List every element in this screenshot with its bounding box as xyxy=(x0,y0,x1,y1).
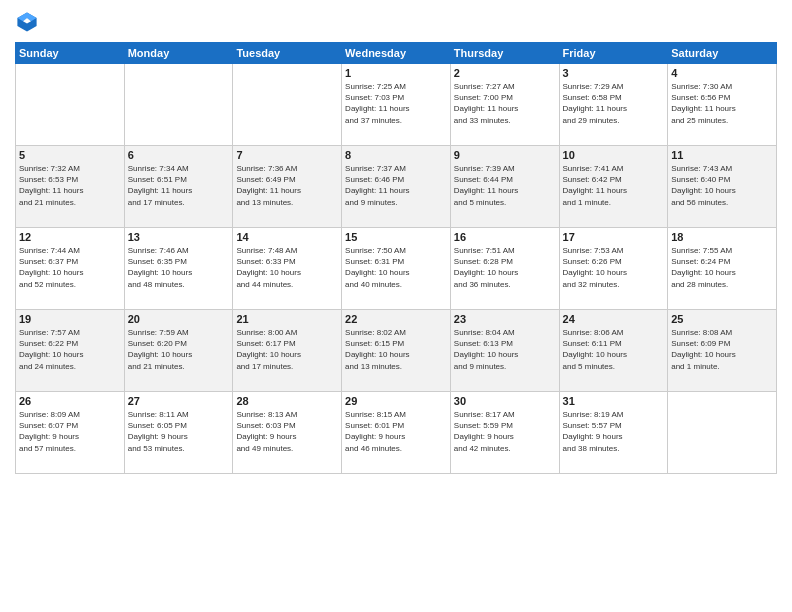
day-info: Sunrise: 8:06 AM Sunset: 6:11 PM Dayligh… xyxy=(563,327,665,372)
header xyxy=(15,10,777,34)
day-number: 2 xyxy=(454,67,556,79)
day-cell xyxy=(233,64,342,146)
day-info: Sunrise: 7:39 AM Sunset: 6:44 PM Dayligh… xyxy=(454,163,556,208)
day-info: Sunrise: 7:29 AM Sunset: 6:58 PM Dayligh… xyxy=(563,81,665,126)
day-number: 1 xyxy=(345,67,447,79)
day-number: 29 xyxy=(345,395,447,407)
day-number: 24 xyxy=(563,313,665,325)
day-number: 5 xyxy=(19,149,121,161)
day-info: Sunrise: 7:25 AM Sunset: 7:03 PM Dayligh… xyxy=(345,81,447,126)
day-number: 28 xyxy=(236,395,338,407)
day-number: 20 xyxy=(128,313,230,325)
day-number: 21 xyxy=(236,313,338,325)
day-cell: 11Sunrise: 7:43 AM Sunset: 6:40 PM Dayli… xyxy=(668,146,777,228)
day-number: 10 xyxy=(563,149,665,161)
day-cell: 27Sunrise: 8:11 AM Sunset: 6:05 PM Dayli… xyxy=(124,392,233,474)
day-cell: 15Sunrise: 7:50 AM Sunset: 6:31 PM Dayli… xyxy=(342,228,451,310)
day-number: 12 xyxy=(19,231,121,243)
day-cell: 25Sunrise: 8:08 AM Sunset: 6:09 PM Dayli… xyxy=(668,310,777,392)
col-header-monday: Monday xyxy=(124,43,233,64)
day-number: 13 xyxy=(128,231,230,243)
day-number: 31 xyxy=(563,395,665,407)
day-cell: 28Sunrise: 8:13 AM Sunset: 6:03 PM Dayli… xyxy=(233,392,342,474)
page: SundayMondayTuesdayWednesdayThursdayFrid… xyxy=(0,0,792,612)
day-cell: 26Sunrise: 8:09 AM Sunset: 6:07 PM Dayli… xyxy=(16,392,125,474)
col-header-thursday: Thursday xyxy=(450,43,559,64)
day-cell: 30Sunrise: 8:17 AM Sunset: 5:59 PM Dayli… xyxy=(450,392,559,474)
day-info: Sunrise: 7:37 AM Sunset: 6:46 PM Dayligh… xyxy=(345,163,447,208)
logo-icon xyxy=(15,10,39,34)
col-header-friday: Friday xyxy=(559,43,668,64)
day-number: 4 xyxy=(671,67,773,79)
day-number: 3 xyxy=(563,67,665,79)
day-cell: 5Sunrise: 7:32 AM Sunset: 6:53 PM Daylig… xyxy=(16,146,125,228)
day-info: Sunrise: 8:02 AM Sunset: 6:15 PM Dayligh… xyxy=(345,327,447,372)
day-cell: 22Sunrise: 8:02 AM Sunset: 6:15 PM Dayli… xyxy=(342,310,451,392)
header-row: SundayMondayTuesdayWednesdayThursdayFrid… xyxy=(16,43,777,64)
day-cell: 20Sunrise: 7:59 AM Sunset: 6:20 PM Dayli… xyxy=(124,310,233,392)
day-number: 6 xyxy=(128,149,230,161)
day-number: 15 xyxy=(345,231,447,243)
day-cell: 3Sunrise: 7:29 AM Sunset: 6:58 PM Daylig… xyxy=(559,64,668,146)
day-info: Sunrise: 7:30 AM Sunset: 6:56 PM Dayligh… xyxy=(671,81,773,126)
day-cell: 18Sunrise: 7:55 AM Sunset: 6:24 PM Dayli… xyxy=(668,228,777,310)
col-header-sunday: Sunday xyxy=(16,43,125,64)
day-number: 16 xyxy=(454,231,556,243)
day-cell: 4Sunrise: 7:30 AM Sunset: 6:56 PM Daylig… xyxy=(668,64,777,146)
day-number: 14 xyxy=(236,231,338,243)
day-cell: 10Sunrise: 7:41 AM Sunset: 6:42 PM Dayli… xyxy=(559,146,668,228)
day-number: 30 xyxy=(454,395,556,407)
day-cell: 12Sunrise: 7:44 AM Sunset: 6:37 PM Dayli… xyxy=(16,228,125,310)
day-info: Sunrise: 7:36 AM Sunset: 6:49 PM Dayligh… xyxy=(236,163,338,208)
day-info: Sunrise: 7:51 AM Sunset: 6:28 PM Dayligh… xyxy=(454,245,556,290)
day-info: Sunrise: 7:50 AM Sunset: 6:31 PM Dayligh… xyxy=(345,245,447,290)
day-cell: 31Sunrise: 8:19 AM Sunset: 5:57 PM Dayli… xyxy=(559,392,668,474)
day-cell: 23Sunrise: 8:04 AM Sunset: 6:13 PM Dayli… xyxy=(450,310,559,392)
day-number: 23 xyxy=(454,313,556,325)
week-row-5: 26Sunrise: 8:09 AM Sunset: 6:07 PM Dayli… xyxy=(16,392,777,474)
day-cell xyxy=(16,64,125,146)
day-number: 9 xyxy=(454,149,556,161)
day-info: Sunrise: 8:09 AM Sunset: 6:07 PM Dayligh… xyxy=(19,409,121,454)
day-info: Sunrise: 8:15 AM Sunset: 6:01 PM Dayligh… xyxy=(345,409,447,454)
day-cell: 21Sunrise: 8:00 AM Sunset: 6:17 PM Dayli… xyxy=(233,310,342,392)
week-row-2: 5Sunrise: 7:32 AM Sunset: 6:53 PM Daylig… xyxy=(16,146,777,228)
day-cell xyxy=(668,392,777,474)
day-cell: 29Sunrise: 8:15 AM Sunset: 6:01 PM Dayli… xyxy=(342,392,451,474)
col-header-wednesday: Wednesday xyxy=(342,43,451,64)
day-cell: 6Sunrise: 7:34 AM Sunset: 6:51 PM Daylig… xyxy=(124,146,233,228)
day-info: Sunrise: 7:53 AM Sunset: 6:26 PM Dayligh… xyxy=(563,245,665,290)
day-info: Sunrise: 8:04 AM Sunset: 6:13 PM Dayligh… xyxy=(454,327,556,372)
day-cell: 17Sunrise: 7:53 AM Sunset: 6:26 PM Dayli… xyxy=(559,228,668,310)
calendar-table: SundayMondayTuesdayWednesdayThursdayFrid… xyxy=(15,42,777,474)
day-info: Sunrise: 8:08 AM Sunset: 6:09 PM Dayligh… xyxy=(671,327,773,372)
day-cell: 2Sunrise: 7:27 AM Sunset: 7:00 PM Daylig… xyxy=(450,64,559,146)
day-number: 19 xyxy=(19,313,121,325)
day-cell xyxy=(124,64,233,146)
day-info: Sunrise: 8:13 AM Sunset: 6:03 PM Dayligh… xyxy=(236,409,338,454)
day-info: Sunrise: 8:00 AM Sunset: 6:17 PM Dayligh… xyxy=(236,327,338,372)
day-number: 26 xyxy=(19,395,121,407)
day-info: Sunrise: 8:19 AM Sunset: 5:57 PM Dayligh… xyxy=(563,409,665,454)
day-info: Sunrise: 7:27 AM Sunset: 7:00 PM Dayligh… xyxy=(454,81,556,126)
day-cell: 16Sunrise: 7:51 AM Sunset: 6:28 PM Dayli… xyxy=(450,228,559,310)
day-number: 8 xyxy=(345,149,447,161)
day-cell: 7Sunrise: 7:36 AM Sunset: 6:49 PM Daylig… xyxy=(233,146,342,228)
day-info: Sunrise: 7:43 AM Sunset: 6:40 PM Dayligh… xyxy=(671,163,773,208)
day-info: Sunrise: 7:34 AM Sunset: 6:51 PM Dayligh… xyxy=(128,163,230,208)
day-cell: 19Sunrise: 7:57 AM Sunset: 6:22 PM Dayli… xyxy=(16,310,125,392)
day-cell: 1Sunrise: 7:25 AM Sunset: 7:03 PM Daylig… xyxy=(342,64,451,146)
day-info: Sunrise: 8:11 AM Sunset: 6:05 PM Dayligh… xyxy=(128,409,230,454)
week-row-3: 12Sunrise: 7:44 AM Sunset: 6:37 PM Dayli… xyxy=(16,228,777,310)
day-info: Sunrise: 8:17 AM Sunset: 5:59 PM Dayligh… xyxy=(454,409,556,454)
week-row-4: 19Sunrise: 7:57 AM Sunset: 6:22 PM Dayli… xyxy=(16,310,777,392)
day-info: Sunrise: 7:59 AM Sunset: 6:20 PM Dayligh… xyxy=(128,327,230,372)
col-header-saturday: Saturday xyxy=(668,43,777,64)
day-info: Sunrise: 7:44 AM Sunset: 6:37 PM Dayligh… xyxy=(19,245,121,290)
day-info: Sunrise: 7:46 AM Sunset: 6:35 PM Dayligh… xyxy=(128,245,230,290)
day-number: 17 xyxy=(563,231,665,243)
col-header-tuesday: Tuesday xyxy=(233,43,342,64)
day-cell: 8Sunrise: 7:37 AM Sunset: 6:46 PM Daylig… xyxy=(342,146,451,228)
day-cell: 9Sunrise: 7:39 AM Sunset: 6:44 PM Daylig… xyxy=(450,146,559,228)
day-info: Sunrise: 7:48 AM Sunset: 6:33 PM Dayligh… xyxy=(236,245,338,290)
